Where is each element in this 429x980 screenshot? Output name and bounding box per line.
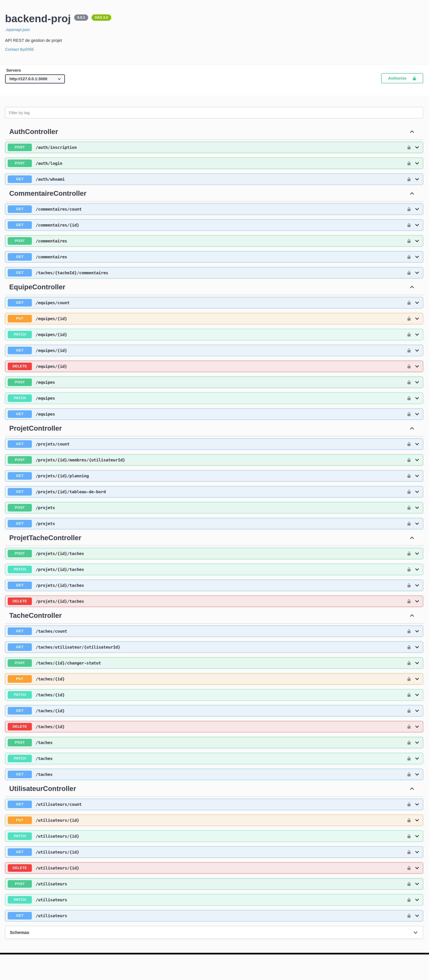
unlock-icon[interactable] [407,521,411,526]
unlock-icon[interactable] [407,348,411,353]
chevron-down-icon[interactable] [415,239,419,243]
operation-row[interactable]: GET/taches [5,769,423,780]
chevron-down-icon[interactable] [415,223,419,228]
chevron-down-icon[interactable] [415,897,419,902]
unlock-icon[interactable] [407,300,411,305]
chevron-up-icon[interactable] [409,613,415,618]
chevron-down-icon[interactable] [415,818,419,823]
unlock-icon[interactable] [407,457,411,463]
chevron-down-icon[interactable] [415,442,419,447]
chevron-down-icon[interactable] [415,489,419,494]
chevron-down-icon[interactable] [415,364,419,369]
operation-row[interactable]: DELETE/utilisateurs/{id} [5,862,423,873]
unlock-icon[interactable] [407,676,411,682]
unlock-icon[interactable] [407,628,411,634]
operation-row[interactable]: PATCH/projets/{id}/taches [5,564,423,575]
unlock-icon[interactable] [407,567,411,572]
unlock-icon[interactable] [407,802,411,807]
section-header[interactable]: EquipeController [5,283,423,295]
chevron-down-icon[interactable] [415,473,419,478]
chevron-down-icon[interactable] [415,834,419,839]
chevron-down-icon[interactable] [415,551,419,556]
unlock-icon[interactable] [407,756,411,761]
chevron-down-icon[interactable] [415,457,419,463]
unlock-icon[interactable] [407,411,411,417]
operation-row[interactable]: DELETE/equipes/{id} [5,361,423,372]
unlock-icon[interactable] [407,441,411,447]
chevron-down-icon[interactable] [415,676,419,681]
operation-row[interactable]: POST/utilisateurs [5,878,423,889]
operation-row[interactable]: GET/equipes [5,409,423,420]
operation-row[interactable]: GET/equipes/{id} [5,345,423,356]
unlock-icon[interactable] [407,489,411,495]
chevron-down-icon[interactable] [415,161,419,166]
unlock-icon[interactable] [407,332,411,337]
operation-row[interactable]: GET/equipes/count [5,297,423,309]
operation-row[interactable]: PATCH/utilisateurs/{id} [5,830,423,842]
operation-row[interactable]: PUT/utilisateurs/{id} [5,815,423,826]
unlock-icon[interactable] [407,660,411,666]
chevron-down-icon[interactable] [415,913,419,918]
operation-row[interactable]: PATCH/utilisateurs [5,894,423,905]
chevron-up-icon[interactable] [409,426,415,431]
operation-row[interactable]: PUT/taches/{id} [5,673,423,685]
unlock-icon[interactable] [407,364,411,369]
operation-row[interactable]: GET/projets/{id}/tableau-de-bord [5,486,423,498]
operation-row[interactable]: GET/utilisateurs [5,910,423,921]
section-header[interactable]: CommentaireController [5,189,423,201]
operation-row[interactable]: DELETE/taches/{id} [5,721,423,732]
section-header[interactable]: AuthController [5,128,423,140]
unlock-icon[interactable] [407,505,411,511]
unlock-icon[interactable] [407,913,411,918]
chevron-down-icon[interactable] [415,521,419,526]
unlock-icon[interactable] [407,897,411,902]
operation-row[interactable]: GET/utilisateurs/count [5,799,423,810]
operation-row[interactable]: GET/projets/count [5,438,423,450]
unlock-icon[interactable] [407,772,411,777]
unlock-icon[interactable] [407,222,411,228]
operation-row[interactable]: POST/projets/{id}/membres/{utilisateurId… [5,454,423,466]
chevron-down-icon[interactable] [415,865,419,870]
unlock-icon[interactable] [407,692,411,698]
operation-row[interactable]: GET/taches/count [5,625,423,637]
unlock-icon[interactable] [407,254,411,259]
operation-row[interactable]: POST/auth/inscription [5,142,423,153]
chevron-up-icon[interactable] [409,284,415,290]
operation-row[interactable]: POST/commentaires [5,235,423,247]
chevron-down-icon[interactable] [415,692,419,697]
unlock-icon[interactable] [407,598,411,604]
operation-row[interactable]: DELETE/projets/{id}/taches [5,596,423,607]
chevron-down-icon[interactable] [415,629,419,634]
chevron-down-icon[interactable] [415,332,419,337]
section-header[interactable]: ProjetTacheController [5,534,423,546]
server-select[interactable]: http://127.0.0.1:3000 [5,74,65,84]
operation-row[interactable]: GET/projets [5,518,423,529]
section-header[interactable]: UtilisateurController [5,785,423,797]
operation-row[interactable]: PATCH/equipes [5,393,423,404]
unlock-icon[interactable] [407,865,411,871]
operation-row[interactable]: POST/auth/login [5,158,423,169]
unlock-icon[interactable] [407,881,411,887]
chevron-down-icon[interactable] [415,740,419,745]
chevron-down-icon[interactable] [415,270,419,275]
operation-row[interactable]: PATCH/equipes/{id} [5,329,423,340]
chevron-down-icon[interactable] [415,207,419,212]
operation-row[interactable]: PUT/equipes/{id} [5,313,423,324]
unlock-icon[interactable] [407,380,411,385]
authorize-button[interactable]: Authorize [381,73,423,83]
operation-row[interactable]: GET/taches/{tacheId}/commentaires [5,267,423,278]
unlock-icon[interactable] [407,850,411,855]
chevron-down-icon[interactable] [415,380,419,385]
unlock-icon[interactable] [407,207,411,212]
chevron-up-icon[interactable] [409,129,415,134]
unlock-icon[interactable] [407,396,411,401]
unlock-icon[interactable] [407,818,411,823]
chevron-down-icon[interactable] [415,300,419,305]
operation-row[interactable]: GET/utilisateurs/{id} [5,846,423,858]
chevron-down-icon[interactable] [415,145,419,150]
operation-row[interactable]: POST/taches [5,737,423,748]
unlock-icon[interactable] [407,177,411,182]
operation-row[interactable]: GET/taches/utilisateur/{utilisateurId} [5,641,423,653]
operation-row[interactable]: PATCH/taches [5,753,423,764]
unlock-icon[interactable] [407,834,411,839]
